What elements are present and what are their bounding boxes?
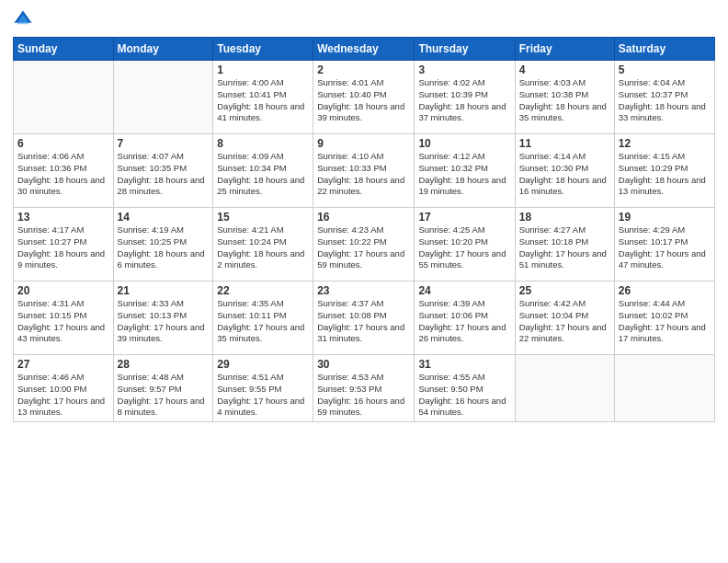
day-info: Sunrise: 4:15 AM Sunset: 10:29 PM Daylig… (619, 151, 711, 198)
day-number: 31 (418, 358, 510, 371)
weekday-header-thursday: Thursday (415, 38, 515, 61)
day-cell: 30Sunrise: 4:53 AM Sunset: 9:53 PM Dayli… (313, 355, 415, 422)
day-cell: 26Sunrise: 4:44 AM Sunset: 10:02 PM Dayl… (614, 282, 714, 355)
day-number: 14 (118, 211, 210, 224)
day-info: Sunrise: 4:09 AM Sunset: 10:34 PM Daylig… (217, 151, 309, 198)
logo-icon (13, 9, 33, 29)
day-info: Sunrise: 4:37 AM Sunset: 10:08 PM Daylig… (317, 298, 410, 345)
day-info: Sunrise: 4:03 AM Sunset: 10:38 PM Daylig… (519, 77, 610, 124)
day-number: 1 (217, 63, 309, 76)
weekday-header-sunday: Sunday (14, 38, 114, 61)
day-number: 5 (619, 63, 711, 76)
day-cell: 4Sunrise: 4:03 AM Sunset: 10:38 PM Dayli… (515, 61, 614, 134)
day-number: 30 (317, 358, 410, 371)
day-number: 9 (317, 137, 410, 150)
day-info: Sunrise: 4:48 AM Sunset: 9:57 PM Dayligh… (118, 372, 210, 419)
weekday-header-tuesday: Tuesday (213, 38, 313, 61)
header (13, 9, 715, 29)
day-number: 7 (118, 137, 210, 150)
day-cell: 5Sunrise: 4:04 AM Sunset: 10:37 PM Dayli… (614, 61, 714, 134)
day-number: 19 (619, 211, 711, 224)
day-info: Sunrise: 4:04 AM Sunset: 10:37 PM Daylig… (619, 77, 711, 124)
day-number: 13 (17, 211, 109, 224)
day-number: 23 (317, 284, 410, 297)
week-row-4: 20Sunrise: 4:31 AM Sunset: 10:15 PM Dayl… (14, 282, 715, 355)
day-number: 8 (217, 137, 309, 150)
day-info: Sunrise: 4:02 AM Sunset: 10:39 PM Daylig… (418, 77, 510, 124)
day-cell: 29Sunrise: 4:51 AM Sunset: 9:55 PM Dayli… (213, 355, 313, 422)
day-cell: 17Sunrise: 4:25 AM Sunset: 10:20 PM Dayl… (415, 208, 515, 282)
week-row-3: 13Sunrise: 4:17 AM Sunset: 10:27 PM Dayl… (14, 208, 715, 282)
day-cell: 23Sunrise: 4:37 AM Sunset: 10:08 PM Dayl… (313, 282, 415, 355)
day-cell (113, 61, 213, 134)
day-number: 11 (519, 137, 610, 150)
day-cell (515, 355, 614, 422)
day-info: Sunrise: 4:21 AM Sunset: 10:24 PM Daylig… (217, 224, 309, 271)
day-info: Sunrise: 4:35 AM Sunset: 10:11 PM Daylig… (217, 298, 309, 345)
day-cell: 6Sunrise: 4:06 AM Sunset: 10:36 PM Dayli… (14, 134, 114, 208)
day-number: 28 (118, 358, 210, 371)
day-info: Sunrise: 4:17 AM Sunset: 10:27 PM Daylig… (17, 224, 109, 271)
day-cell: 20Sunrise: 4:31 AM Sunset: 10:15 PM Dayl… (14, 282, 114, 355)
day-cell: 25Sunrise: 4:42 AM Sunset: 10:04 PM Dayl… (515, 282, 614, 355)
day-info: Sunrise: 4:42 AM Sunset: 10:04 PM Daylig… (519, 298, 610, 345)
day-cell: 14Sunrise: 4:19 AM Sunset: 10:25 PM Dayl… (113, 208, 213, 282)
day-info: Sunrise: 4:55 AM Sunset: 9:50 PM Dayligh… (418, 372, 510, 419)
day-cell: 27Sunrise: 4:46 AM Sunset: 10:00 PM Dayl… (14, 355, 114, 422)
day-number: 17 (418, 211, 510, 224)
week-row-5: 27Sunrise: 4:46 AM Sunset: 10:00 PM Dayl… (14, 355, 715, 422)
day-number: 25 (519, 284, 610, 297)
day-cell (614, 355, 714, 422)
day-cell (14, 61, 114, 134)
week-row-1: 1Sunrise: 4:00 AM Sunset: 10:41 PM Dayli… (14, 61, 715, 134)
day-cell: 21Sunrise: 4:33 AM Sunset: 10:13 PM Dayl… (113, 282, 213, 355)
day-number: 6 (17, 137, 109, 150)
day-cell: 18Sunrise: 4:27 AM Sunset: 10:18 PM Dayl… (515, 208, 614, 282)
day-number: 4 (519, 63, 610, 76)
day-number: 26 (619, 284, 711, 297)
day-cell: 24Sunrise: 4:39 AM Sunset: 10:06 PM Dayl… (415, 282, 515, 355)
day-cell: 12Sunrise: 4:15 AM Sunset: 10:29 PM Dayl… (614, 134, 714, 208)
weekday-header-row: SundayMondayTuesdayWednesdayThursdayFrid… (14, 38, 715, 61)
day-number: 12 (619, 137, 711, 150)
day-info: Sunrise: 4:19 AM Sunset: 10:25 PM Daylig… (118, 224, 210, 271)
day-cell: 31Sunrise: 4:55 AM Sunset: 9:50 PM Dayli… (415, 355, 515, 422)
day-cell: 13Sunrise: 4:17 AM Sunset: 10:27 PM Dayl… (14, 208, 114, 282)
day-cell: 16Sunrise: 4:23 AM Sunset: 10:22 PM Dayl… (313, 208, 415, 282)
day-number: 15 (217, 211, 309, 224)
page: SundayMondayTuesdayWednesdayThursdayFrid… (0, 0, 728, 563)
day-info: Sunrise: 4:31 AM Sunset: 10:15 PM Daylig… (17, 298, 109, 345)
calendar: SundayMondayTuesdayWednesdayThursdayFrid… (13, 37, 715, 422)
day-cell: 28Sunrise: 4:48 AM Sunset: 9:57 PM Dayli… (113, 355, 213, 422)
day-cell: 11Sunrise: 4:14 AM Sunset: 10:30 PM Dayl… (515, 134, 614, 208)
week-row-2: 6Sunrise: 4:06 AM Sunset: 10:36 PM Dayli… (14, 134, 715, 208)
day-number: 29 (217, 358, 309, 371)
day-number: 18 (519, 211, 610, 224)
day-info: Sunrise: 4:12 AM Sunset: 10:32 PM Daylig… (418, 151, 510, 198)
day-cell: 3Sunrise: 4:02 AM Sunset: 10:39 PM Dayli… (415, 61, 515, 134)
logo (13, 9, 35, 29)
day-info: Sunrise: 4:46 AM Sunset: 10:00 PM Daylig… (17, 372, 109, 419)
day-cell: 15Sunrise: 4:21 AM Sunset: 10:24 PM Dayl… (213, 208, 313, 282)
day-cell: 9Sunrise: 4:10 AM Sunset: 10:33 PM Dayli… (313, 134, 415, 208)
day-info: Sunrise: 4:29 AM Sunset: 10:17 PM Daylig… (619, 224, 711, 271)
day-cell: 7Sunrise: 4:07 AM Sunset: 10:35 PM Dayli… (113, 134, 213, 208)
day-number: 10 (418, 137, 510, 150)
weekday-header-wednesday: Wednesday (313, 38, 415, 61)
day-info: Sunrise: 4:53 AM Sunset: 9:53 PM Dayligh… (317, 372, 410, 419)
day-cell: 19Sunrise: 4:29 AM Sunset: 10:17 PM Dayl… (614, 208, 714, 282)
day-number: 3 (418, 63, 510, 76)
day-info: Sunrise: 4:01 AM Sunset: 10:40 PM Daylig… (317, 77, 410, 124)
day-number: 2 (317, 63, 410, 76)
day-info: Sunrise: 4:00 AM Sunset: 10:41 PM Daylig… (217, 77, 309, 124)
day-number: 22 (217, 284, 309, 297)
day-cell: 2Sunrise: 4:01 AM Sunset: 10:40 PM Dayli… (313, 61, 415, 134)
weekday-header-saturday: Saturday (614, 38, 714, 61)
day-info: Sunrise: 4:25 AM Sunset: 10:20 PM Daylig… (418, 224, 510, 271)
day-info: Sunrise: 4:10 AM Sunset: 10:33 PM Daylig… (317, 151, 410, 198)
weekday-header-friday: Friday (515, 38, 614, 61)
day-info: Sunrise: 4:23 AM Sunset: 10:22 PM Daylig… (317, 224, 410, 271)
day-info: Sunrise: 4:27 AM Sunset: 10:18 PM Daylig… (519, 224, 610, 271)
day-number: 24 (418, 284, 510, 297)
day-cell: 10Sunrise: 4:12 AM Sunset: 10:32 PM Dayl… (415, 134, 515, 208)
